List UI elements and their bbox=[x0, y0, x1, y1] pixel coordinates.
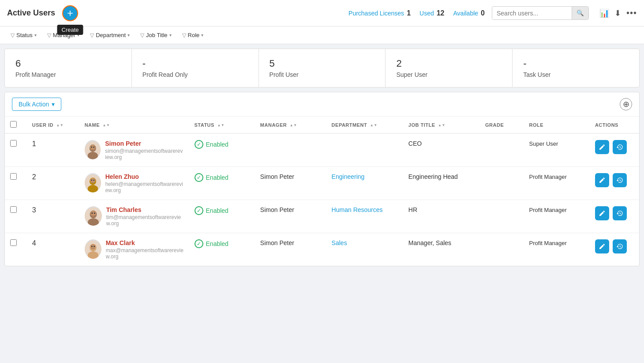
stat-label: Super User bbox=[396, 71, 502, 78]
table-row: 1 Simon Peter simon@managementsoftwarere… bbox=[5, 133, 639, 167]
more-options-button[interactable]: ••• bbox=[626, 8, 637, 18]
avatar-svg bbox=[85, 173, 101, 193]
table-scroll[interactable]: USER ID ▲▼ NAME ▲▼ STATUS ▲▼ MANAGER ▲▼ … bbox=[5, 117, 639, 266]
edit-icon bbox=[599, 177, 606, 184]
user-name[interactable]: Max Clark bbox=[106, 239, 184, 246]
svg-point-10 bbox=[91, 179, 92, 181]
svg-point-16 bbox=[91, 212, 93, 214]
row-checkbox-1[interactable] bbox=[10, 140, 17, 147]
sort-user-id[interactable]: ▲▼ bbox=[56, 124, 64, 127]
row-manager: Simon Peter bbox=[255, 233, 326, 266]
table-row: 3 Tim Charles tim@managementsoftwarerevi… bbox=[5, 200, 639, 233]
search-bar: 🔍 bbox=[492, 6, 589, 20]
user-email: helen@managementsoftwarereview.org bbox=[105, 181, 184, 193]
row-actions bbox=[590, 133, 639, 167]
sort-name[interactable]: ▲▼ bbox=[103, 124, 110, 127]
chart-button[interactable]: 📊 bbox=[599, 8, 609, 18]
filter-role-label: Role bbox=[188, 32, 200, 38]
bulk-action-button[interactable]: Bulk Action ▾ bbox=[12, 98, 61, 111]
search-input[interactable] bbox=[492, 7, 572, 19]
row-department bbox=[326, 133, 403, 167]
sort-manager[interactable]: ▲▼ bbox=[290, 124, 297, 127]
user-email: tim@managementsoftwarereview.org bbox=[106, 214, 184, 227]
row-status: ✓ Enabled bbox=[189, 200, 255, 233]
filter-status[interactable]: ▽ Status ▾ bbox=[7, 30, 40, 40]
row-checkbox-cell bbox=[5, 200, 27, 233]
sort-department[interactable]: ▲▼ bbox=[370, 124, 378, 127]
filter-jobtitle[interactable]: ▽ Job Title ▾ bbox=[137, 30, 175, 40]
filter-jobtitle-label: Job Title bbox=[146, 32, 167, 38]
select-all-checkbox[interactable] bbox=[10, 121, 17, 128]
stat-label: Profit Manager bbox=[15, 71, 121, 78]
filter-jobtitle-arrow: ▾ bbox=[169, 33, 172, 38]
filter-department[interactable]: ▽ Department ▾ bbox=[86, 30, 133, 40]
user-name[interactable]: Tim Charles bbox=[106, 206, 184, 213]
filters-bar: ▽ Status ▾ ▽ Manager ▾ ▽ Department ▾ ▽ … bbox=[0, 26, 644, 44]
row-actions bbox=[590, 167, 639, 200]
avatar bbox=[85, 239, 101, 259]
sort-status[interactable]: ▲▼ bbox=[217, 124, 225, 127]
stat-label: Profit Read Only bbox=[142, 71, 248, 78]
create-button[interactable]: Create bbox=[62, 5, 78, 21]
row-department: Human Resources bbox=[326, 200, 403, 233]
col-actions: ACTIONS bbox=[590, 117, 639, 133]
status-check-icon: ✓ bbox=[195, 239, 203, 248]
avatar-svg bbox=[85, 206, 102, 226]
stat-card-profit-user: 5Profit User bbox=[259, 49, 386, 87]
edit-button-4[interactable] bbox=[595, 239, 609, 253]
edit-button-2[interactable] bbox=[595, 173, 609, 187]
row-jobtitle: Manager, Sales bbox=[403, 233, 480, 266]
add-column-button[interactable]: ⊕ bbox=[620, 98, 632, 110]
table-row: 2 Helen Zhuo helen@managementsoftwarerev… bbox=[5, 167, 639, 200]
row-checkbox-4[interactable] bbox=[10, 239, 17, 246]
row-user-id: 2 bbox=[27, 167, 79, 200]
row-status: ✓ Enabled bbox=[189, 233, 255, 266]
row-status: ✓ Enabled bbox=[189, 133, 255, 167]
avatar-svg bbox=[85, 239, 101, 259]
user-name[interactable]: Helen Zhuo bbox=[105, 173, 184, 180]
row-role: Super User bbox=[524, 133, 590, 167]
status-check-icon: ✓ bbox=[195, 206, 203, 215]
user-name[interactable]: Simon Peter bbox=[105, 140, 183, 147]
col-name: NAME ▲▼ bbox=[79, 117, 189, 133]
edit-button-1[interactable] bbox=[595, 140, 609, 154]
download-button[interactable]: ⬇ bbox=[614, 8, 621, 18]
row-checkbox-3[interactable] bbox=[10, 206, 17, 213]
filter-department-arrow: ▾ bbox=[127, 33, 130, 38]
filter-icon-4: ▽ bbox=[140, 32, 144, 38]
edit-button-3[interactable] bbox=[595, 206, 609, 220]
table-toolbar: Bulk Action ▾ ⊕ bbox=[5, 92, 639, 117]
stat-num: 6 bbox=[15, 58, 121, 69]
row-jobtitle: HR bbox=[403, 200, 480, 233]
filter-icon-2: ▽ bbox=[47, 32, 51, 38]
row-checkbox-2[interactable] bbox=[10, 173, 17, 180]
history-button-4[interactable] bbox=[613, 239, 627, 253]
row-grade bbox=[480, 233, 524, 266]
header-icons: 📊 ⬇ ••• bbox=[599, 8, 637, 18]
status-label: Enabled bbox=[206, 174, 228, 181]
history-button-3[interactable] bbox=[613, 206, 627, 220]
stat-card-task-user: -Task User bbox=[513, 49, 639, 87]
avatar bbox=[85, 140, 101, 159]
history-button-2[interactable] bbox=[613, 173, 627, 187]
stat-card-profit-manager: 6Profit Manager bbox=[5, 49, 132, 87]
row-actions bbox=[590, 200, 639, 233]
row-checkbox-cell bbox=[5, 233, 27, 266]
add-column-icon: ⊕ bbox=[623, 99, 629, 109]
svg-point-5 bbox=[93, 147, 94, 148]
sort-jobtitle[interactable]: ▲▼ bbox=[438, 124, 446, 127]
history-button-1[interactable] bbox=[613, 140, 627, 154]
row-jobtitle: CEO bbox=[403, 133, 480, 167]
row-grade bbox=[480, 133, 524, 167]
filter-role[interactable]: ▽ Role ▾ bbox=[179, 30, 207, 40]
stats-row: 6Profit Manager-Profit Read Only5Profit … bbox=[4, 49, 640, 87]
status-check-icon: ✓ bbox=[195, 173, 203, 182]
svg-point-4 bbox=[91, 147, 92, 148]
stat-num: 2 bbox=[396, 58, 502, 69]
filter-status-label: Status bbox=[16, 32, 33, 38]
avatar-svg bbox=[85, 140, 101, 159]
row-actions bbox=[590, 233, 639, 266]
search-button[interactable]: 🔍 bbox=[572, 7, 588, 19]
history-icon bbox=[616, 144, 623, 151]
row-name-cell: Helen Zhuo helen@managementsoftwarerevie… bbox=[79, 167, 189, 200]
